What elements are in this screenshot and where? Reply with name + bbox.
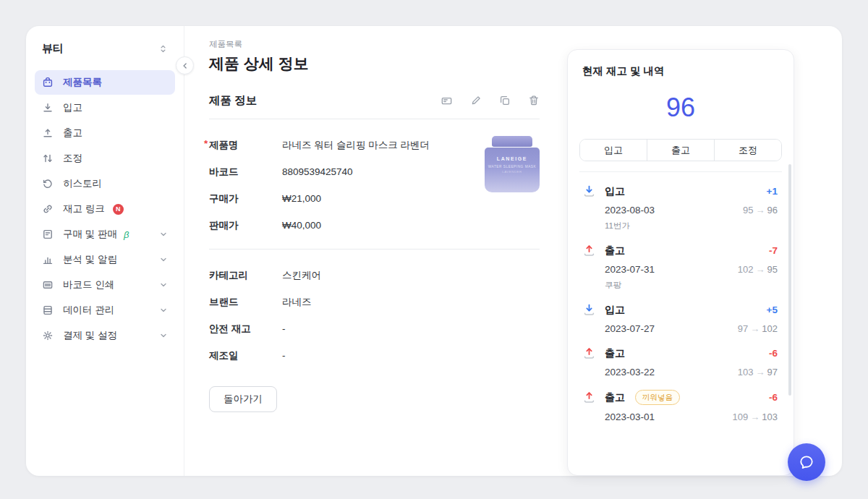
history-range: 97→102: [738, 323, 778, 334]
jar-line2-text: LAVENDER: [502, 170, 522, 174]
app-window: 뷰티 제품목록 입고 출고 조정 히스토리 재: [26, 26, 842, 476]
sidebar-item-data-management[interactable]: 데이터 관리: [35, 298, 175, 323]
history-range: 95→96: [743, 205, 778, 216]
link-icon: [42, 203, 54, 215]
history-row[interactable]: 출고 -6 2023-03-22 103→97: [579, 334, 782, 378]
field-value: 스킨케어: [282, 269, 321, 282]
team-selector[interactable]: 뷰티: [35, 36, 175, 70]
sidebar-item-label: 분석 및 알림: [63, 253, 117, 266]
field-label: 구매가: [209, 192, 282, 205]
jar-body: LANEIGE WATER SLEEPING MASK LAVENDER: [485, 148, 540, 192]
adjust-icon: [42, 153, 54, 164]
sidebar-item-label: 데이터 관리: [63, 304, 114, 317]
history-type: 출고: [605, 244, 625, 257]
stock-action-stock-out[interactable]: 출고: [647, 140, 714, 161]
sidebar-item-billing-settings[interactable]: 결제 및 설정: [35, 323, 175, 348]
sidebar-item-label: 바코드 인쇄: [63, 278, 114, 291]
field-label: *제품명: [209, 139, 282, 152]
sidebar-item-purchase-sales[interactable]: 구매 및 판매 β: [35, 222, 175, 247]
stock-in-icon: [42, 102, 54, 114]
sidebar-item-history[interactable]: 히스토리: [35, 171, 175, 196]
history-row[interactable]: 출고 -7 2023-07-31 102→95 쿠팡: [579, 231, 782, 291]
stock-out-icon: [582, 244, 596, 257]
field-value: -: [282, 350, 286, 361]
field-label: 바코드: [209, 166, 282, 179]
chat-button[interactable]: [788, 443, 825, 481]
sidebar-item-analytics[interactable]: 분석 및 알림: [35, 247, 175, 272]
history-delta: -6: [769, 348, 778, 359]
field-value: 라네즈: [282, 296, 312, 309]
field-row: 브랜드 라네즈: [209, 289, 540, 315]
sidebar-item-stock-out[interactable]: 출고: [35, 121, 175, 145]
sidebar-item-stock-link[interactable]: 재고 링크 N: [35, 197, 175, 221]
sidebar-item-label: 결제 및 설정: [63, 329, 117, 342]
arrow-right-icon: →: [754, 367, 767, 378]
history-type: 출고: [605, 391, 625, 404]
field-label: 브랜드: [209, 296, 282, 309]
history-row[interactable]: 입고 +1 2023-08-03 95→96 11번가: [579, 172, 782, 231]
sidebar-item-products[interactable]: 제품목록: [35, 70, 175, 95]
history-scrollbar[interactable]: [788, 164, 791, 396]
field-label: 카테고리: [209, 269, 282, 282]
chevron-left-icon: [181, 61, 190, 70]
field-label: 안전 재고: [209, 323, 282, 336]
chart-icon: [42, 254, 54, 265]
history-type: 입고: [605, 185, 625, 198]
history-row[interactable]: 입고 +5 2023-07-27 97→102: [579, 291, 782, 334]
jar-brand-text: LANEIGE: [497, 156, 527, 161]
stock-action-adjust[interactable]: 조정: [714, 140, 781, 161]
sidebar-item-label: 조정: [63, 152, 82, 165]
divider: [209, 249, 540, 250]
field-row: 안전 재고 -: [209, 315, 540, 342]
product-image[interactable]: LANEIGE WATER SLEEPING MASK LAVENDER: [483, 136, 541, 194]
history-memo: 쿠팡: [582, 280, 778, 291]
history-list: 입고 +1 2023-08-03 95→96 11번가 출고 -7 2023-0…: [579, 171, 782, 475]
arrow-right-icon: →: [748, 323, 762, 334]
duplicate-icon[interactable]: [499, 95, 511, 107]
label-print-icon[interactable]: [441, 95, 453, 107]
page-title: 제품 상세 정보: [209, 54, 567, 74]
sidebar-collapse-button[interactable]: [176, 56, 194, 74]
stock-out-icon: [42, 127, 54, 139]
field-row: 카테고리 스킨케어: [209, 262, 540, 289]
beta-label: β: [124, 229, 129, 240]
back-button[interactable]: 돌아가기: [209, 386, 277, 412]
barcode-icon: [42, 279, 54, 291]
arrow-right-icon: →: [754, 264, 767, 275]
stock-panel: 현재 재고 및 내역 96 입고출고조정 입고 +1 2023-08-03 95…: [567, 49, 794, 476]
required-asterisk: *: [204, 138, 208, 149]
edit-icon[interactable]: [470, 95, 482, 107]
history-row[interactable]: 출고 끼워넣음 -6 2023-03-01 109→103: [579, 378, 782, 422]
jar-lid: [492, 136, 532, 147]
sidebar-item-label: 구매 및 판매: [63, 228, 117, 241]
sidebar: 뷰티 제품목록 입고 출고 조정 히스토리 재: [26, 26, 184, 476]
sidebar-item-label: 입고: [63, 101, 82, 114]
field-label: 제조일: [209, 349, 282, 362]
history-delta: +5: [767, 304, 778, 315]
delete-icon[interactable]: [528, 95, 540, 107]
sidebar-item-adjust[interactable]: 조정: [35, 146, 175, 171]
breadcrumb[interactable]: 제품목록: [209, 39, 242, 50]
stock-action-stock-in[interactable]: 입고: [580, 140, 647, 161]
sidebar-item-barcode-print[interactable]: 바코드 인쇄: [35, 273, 175, 297]
field-value: ₩21,000: [282, 193, 321, 204]
field-label: 판매가: [209, 219, 282, 232]
sidebar-item-stock-in[interactable]: 입고: [35, 95, 175, 120]
history-icon: [42, 178, 54, 189]
history-range: 109→103: [733, 411, 778, 422]
history-date: 2023-03-01: [605, 411, 655, 422]
chevron-down-icon: [159, 306, 168, 315]
history-type: 입고: [605, 304, 625, 317]
data-icon: [42, 304, 54, 316]
history-memo: 11번가: [582, 221, 778, 231]
sidebar-menu: 제품목록 입고 출고 조정 히스토리 재고 링크 N 구매 및 판매: [35, 70, 175, 348]
stock-out-icon: [582, 346, 596, 360]
history-tag-badge: 끼워넣음: [635, 390, 680, 405]
sidebar-item-label: 재고 링크: [63, 202, 105, 216]
field-row: 판매가 ₩40,000: [209, 212, 540, 239]
main-content: 제품목록 제품 상세 정보 제품 정보 *제품명 라네즈 워터 슬리핑 마스크 …: [184, 26, 567, 476]
sidebar-item-label: 출고: [63, 127, 82, 140]
history-delta: -7: [769, 245, 778, 256]
stock-in-icon: [582, 303, 596, 317]
product-fields-bottom: 카테고리 스킨케어 브랜드 라네즈 안전 재고 - 제조일 -: [209, 262, 540, 369]
